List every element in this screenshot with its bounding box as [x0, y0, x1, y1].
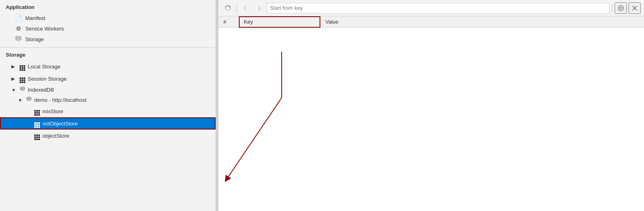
local-storage-chevron: ▶: [11, 64, 17, 69]
toolbar-separator-2: [612, 4, 612, 12]
service-workers-icon: ⚙: [15, 25, 22, 32]
tree-item-session-storage[interactable]: ▶ Session Storage: [0, 73, 216, 85]
storage-section-label: Storage: [0, 50, 216, 60]
demo-localhost-chevron: ▼: [18, 98, 24, 103]
storage-label: Storage: [25, 36, 44, 42]
session-storage-chevron: ▶: [11, 76, 17, 81]
demo-localhost-icon: [25, 97, 33, 103]
col-key: Key: [239, 16, 320, 28]
objectstore-label: objectStore: [42, 133, 210, 139]
notobjectstore-icon: [33, 119, 41, 128]
indexeddb-label: IndexedDB: [28, 87, 210, 93]
data-table: # Key Value: [218, 16, 644, 28]
col-hash: #: [218, 16, 239, 28]
service-workers-label: Service Workers: [25, 26, 64, 32]
tree-item-mixstore[interactable]: ▶ mixStore: [0, 105, 216, 117]
storage-app-icon: [15, 36, 22, 43]
clear-button[interactable]: [615, 2, 627, 14]
local-storage-label: Local Storage: [28, 64, 210, 70]
start-from-key-input[interactable]: [267, 3, 609, 13]
main-panel: # Key Value: [218, 0, 644, 211]
manifest-icon: 📄: [15, 15, 22, 21]
indexeddb-chevron: ▼: [11, 88, 17, 92]
tree-item-objectstore[interactable]: ▶ objectStore: [0, 130, 216, 142]
local-storage-icon: [19, 62, 26, 71]
application-section-label: Application: [0, 0, 216, 13]
close-button[interactable]: [629, 2, 641, 14]
sidebar-divider: [0, 47, 216, 48]
toolbar: [218, 0, 644, 16]
sidebar: Application 📄 Manifest ⚙ Service Workers…: [0, 0, 216, 211]
svg-point-2: [27, 97, 31, 99]
tree-item-indexeddb[interactable]: ▼ IndexedDB: [0, 85, 216, 95]
back-button[interactable]: [239, 2, 251, 14]
manifest-label: Manifest: [25, 15, 45, 21]
sidebar-item-storage-app[interactable]: Storage: [0, 34, 216, 45]
session-storage-icon: [19, 74, 26, 83]
sidebar-item-manifest[interactable]: 📄 Manifest: [0, 13, 216, 23]
col-value: Value: [320, 16, 644, 28]
mixstore-icon: [33, 107, 41, 116]
notobjectstore-label: notObjectStore: [42, 121, 210, 127]
refresh-button[interactable]: [222, 2, 234, 14]
tree-item-demo-localhost[interactable]: ▼ demo - http://localhost: [0, 95, 216, 105]
session-storage-label: Session Storage: [28, 76, 210, 82]
tree-item-notobjectstore[interactable]: ▶ notObjectStore: [0, 117, 216, 130]
annotation-arrow: [218, 16, 644, 211]
toolbar-separator-1: [236, 4, 237, 12]
sidebar-item-service-workers[interactable]: ⚙ Service Workers: [0, 23, 216, 34]
svg-point-1: [20, 87, 24, 88]
table-area: # Key Value: [218, 16, 644, 211]
forward-button[interactable]: [253, 2, 265, 14]
mixstore-label: mixStore: [42, 108, 210, 114]
objectstore-icon: [33, 131, 41, 140]
demo-localhost-label: demo - http://localhost: [34, 97, 210, 103]
indexeddb-icon: [19, 86, 26, 93]
tree-item-local-storage[interactable]: ▶ Local Storage: [0, 60, 216, 73]
svg-point-0: [16, 36, 21, 38]
